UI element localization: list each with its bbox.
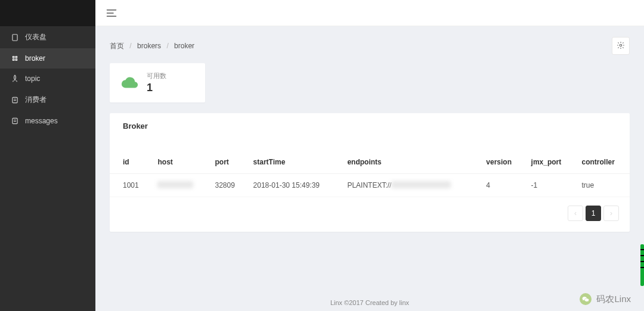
main-content: 首页 / brokers / broker 可用数 1 Broker id ho… (95, 26, 644, 311)
consumer-icon (11, 96, 19, 104)
stat-card-available: 可用数 1 (110, 63, 205, 102)
page-number-button[interactable]: 1 (586, 206, 601, 221)
cell-version: 4 (480, 174, 525, 197)
cell-jmxport: -1 (525, 174, 576, 197)
panel-title: Broker (110, 113, 630, 136)
sidebar-item-broker[interactable]: broker (0, 48, 95, 69)
wechat-icon (580, 293, 592, 305)
logo-box (0, 0, 95, 26)
watermark-text: 码农Linx (596, 294, 631, 305)
watermark: 码农Linx (580, 293, 631, 305)
redacted-endpoint (391, 181, 451, 188)
cloud-icon (120, 76, 138, 89)
sidebar-item-dashboard[interactable]: 仪表盘 (0, 26, 95, 48)
broker-table: id host port startTime endpoints version… (110, 151, 630, 197)
th-port: port (209, 151, 247, 174)
table-row: 1001 32809 2018-01-30 15:49:39 PLAINTEXT… (110, 174, 630, 197)
cell-host (151, 174, 209, 197)
stat-value: 1 (147, 82, 166, 94)
breadcrumb-home[interactable]: 首页 (110, 42, 124, 50)
hamburger-icon[interactable] (106, 9, 117, 17)
broker-panel: Broker id host port startTime endpoints … (110, 113, 630, 232)
th-id: id (110, 151, 151, 174)
th-starttime: startTime (247, 151, 342, 174)
broker-icon (11, 54, 19, 63)
chevron-left-icon: ‹ (574, 209, 577, 217)
svg-point-3 (620, 44, 622, 46)
sidebar-item-label: 仪表盘 (25, 32, 47, 42)
cell-port: 32809 (209, 174, 247, 197)
breadcrumb-l2: broker (174, 42, 194, 50)
breadcrumb: 首页 / brokers / broker (110, 41, 194, 51)
svg-rect-0 (13, 34, 17, 41)
cell-id: 1001 (110, 174, 151, 197)
sidebar-item-topic[interactable]: topic (0, 69, 95, 89)
cell-starttime: 2018-01-30 15:49:39 (247, 174, 342, 197)
sidebar-item-messages[interactable]: messages (0, 111, 95, 131)
th-host: host (151, 151, 209, 174)
cell-endpoints: PLAINTEXT:// (341, 174, 480, 197)
table-header-row: id host port startTime endpoints version… (110, 151, 630, 174)
breadcrumb-l1[interactable]: brokers (137, 42, 161, 50)
side-decoration (640, 244, 644, 286)
sidebar-item-consumer[interactable]: 消费者 (0, 89, 95, 111)
th-jmxport: jmx_port (525, 151, 576, 174)
sidebar-item-label: broker (25, 54, 45, 63)
gear-icon (617, 41, 625, 51)
breadcrumb-row: 首页 / brokers / broker (110, 37, 630, 55)
sidebar: 仪表盘 broker topic 消费者 messages (0, 0, 95, 311)
page-next-button[interactable]: › (603, 206, 619, 221)
cell-controller: true (575, 174, 630, 197)
dashboard-icon (11, 33, 19, 42)
th-controller: controller (575, 151, 630, 174)
pagination: ‹ 1 › (110, 197, 630, 232)
th-endpoints: endpoints (341, 151, 480, 174)
redacted-host (157, 181, 193, 188)
chevron-right-icon: › (610, 209, 612, 217)
page-prev-button[interactable]: ‹ (568, 206, 583, 221)
th-version: version (480, 151, 525, 174)
footer-link[interactable]: linx (400, 299, 410, 306)
rocket-icon (11, 74, 19, 83)
footer: Linx ©2017 Created by linx (95, 299, 644, 306)
sidebar-item-label: messages (25, 117, 58, 125)
messages-icon (11, 117, 19, 125)
topbar (95, 0, 644, 26)
stat-label: 可用数 (147, 71, 166, 80)
sidebar-item-label: 消费者 (25, 95, 47, 105)
sidebar-item-label: topic (25, 74, 40, 83)
settings-button[interactable] (612, 37, 630, 55)
